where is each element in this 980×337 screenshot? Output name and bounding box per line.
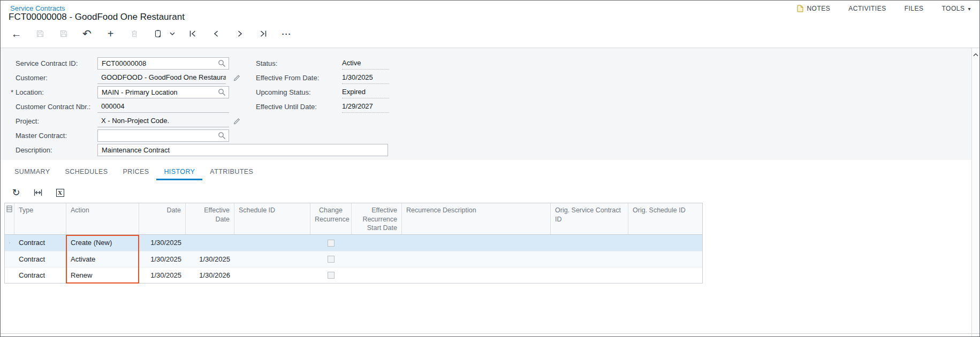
cell-orig-schedule-id[interactable] bbox=[628, 251, 703, 267]
cell-date[interactable]: 1/30/2025 bbox=[139, 251, 186, 267]
effective-until-date-label: Effective Until Date: bbox=[256, 101, 336, 113]
cell-orig-schedule-id[interactable] bbox=[628, 235, 703, 251]
last-record-button[interactable] bbox=[256, 26, 270, 41]
copy-paste-menu-button[interactable] bbox=[169, 26, 176, 41]
service-contract-id-input[interactable] bbox=[97, 57, 229, 70]
tools-button[interactable]: TOOLS ▾ bbox=[942, 5, 971, 12]
column-header-orig-schedule-id[interactable]: Orig. Schedule ID bbox=[628, 203, 703, 234]
grid-settings-button[interactable] bbox=[5, 203, 14, 234]
cell-date[interactable]: 1/30/2025 bbox=[139, 235, 186, 251]
table-row[interactable]: Contract Renew 1/30/2025 1/30/2026 bbox=[5, 267, 702, 283]
row-selector-arrow-icon bbox=[5, 235, 14, 251]
table-row[interactable]: Contract Create (New) 1/30/2025 bbox=[5, 235, 702, 251]
cell-orig-service-contract-id[interactable] bbox=[551, 267, 628, 283]
cell-schedule-id[interactable] bbox=[234, 235, 310, 251]
add-record-button[interactable]: + bbox=[103, 26, 118, 41]
column-header-action[interactable]: Action bbox=[66, 203, 139, 234]
search-icon[interactable] bbox=[218, 88, 226, 97]
column-header-type[interactable]: Type bbox=[14, 203, 66, 234]
activities-button[interactable]: ACTIVITIES bbox=[848, 5, 886, 12]
first-record-button[interactable] bbox=[185, 26, 200, 41]
next-record-button[interactable] bbox=[232, 26, 247, 41]
customer-value[interactable]: GOODFOOD - GoodFood One Restaurant bbox=[97, 72, 226, 84]
change-recurrence-checkbox[interactable] bbox=[328, 256, 335, 263]
master-contract-input[interactable] bbox=[97, 129, 229, 142]
more-actions-button[interactable]: ··· bbox=[279, 26, 294, 41]
column-header-schedule-id[interactable]: Schedule ID bbox=[234, 203, 310, 234]
customer-contract-nbr-label: Customer Contract Nbr.: bbox=[16, 101, 96, 113]
cell-type[interactable]: Contract bbox=[14, 267, 66, 283]
pencil-icon[interactable] bbox=[233, 117, 241, 125]
search-icon[interactable] bbox=[218, 59, 226, 68]
column-header-date[interactable]: Date bbox=[139, 203, 186, 234]
save-close-button[interactable] bbox=[33, 26, 47, 41]
change-recurrence-checkbox[interactable] bbox=[328, 272, 335, 279]
column-header-effective-recurrence-start-date[interactable]: Effective Recurrence Start Date bbox=[352, 203, 402, 234]
tools-label: TOOLS bbox=[942, 5, 965, 12]
description-input[interactable] bbox=[97, 144, 388, 156]
back-button[interactable]: ← bbox=[9, 26, 24, 41]
cell-action[interactable]: Renew bbox=[66, 267, 139, 283]
column-header-orig-service-contract-id[interactable]: Orig. Service Contract ID bbox=[551, 203, 628, 234]
bottom-divider bbox=[1, 333, 979, 334]
effective-from-date-label: Effective From Date: bbox=[256, 72, 336, 84]
export-excel-button[interactable]: X bbox=[53, 185, 67, 200]
notes-button[interactable]: NOTES bbox=[797, 5, 830, 12]
ellipsis-icon: ··· bbox=[282, 29, 292, 39]
search-icon[interactable] bbox=[218, 132, 226, 140]
master-contract-label: Master Contract: bbox=[16, 129, 96, 142]
customer-label: Customer: bbox=[16, 72, 96, 84]
save-button[interactable] bbox=[56, 26, 71, 41]
tab-schedules[interactable]: SCHEDULES bbox=[57, 165, 115, 180]
cell-effective-date[interactable]: 1/30/2025 bbox=[186, 251, 234, 267]
files-button[interactable]: FILES bbox=[905, 5, 924, 12]
copy-paste-button[interactable] bbox=[150, 26, 165, 41]
cell-action[interactable]: Activate bbox=[66, 251, 139, 267]
tab-prices[interactable]: PRICES bbox=[115, 165, 156, 180]
effective-until-date-value: 1/29/2027 bbox=[342, 101, 389, 113]
upcoming-status-label: Upcoming Status: bbox=[256, 86, 336, 98]
project-value[interactable]: X - Non-Project Code. bbox=[97, 115, 229, 127]
project-label: Project: bbox=[16, 115, 96, 127]
cell-orig-schedule-id[interactable] bbox=[628, 267, 703, 283]
tab-history[interactable]: HISTORY bbox=[156, 165, 202, 180]
cell-effective-date[interactable]: 1/30/2026 bbox=[186, 267, 234, 283]
cell-recurrence-description[interactable] bbox=[402, 235, 551, 251]
upcoming-status-value: Expired bbox=[342, 86, 389, 98]
cell-recurrence-description[interactable] bbox=[402, 251, 551, 267]
fit-width-icon bbox=[33, 188, 43, 197]
cell-orig-service-contract-id[interactable] bbox=[551, 251, 628, 267]
cell-action[interactable]: Create (New) bbox=[66, 235, 139, 251]
column-header-effective-date[interactable]: Effective Date bbox=[186, 203, 234, 234]
prev-record-button[interactable] bbox=[209, 26, 223, 41]
cell-schedule-id[interactable] bbox=[234, 267, 310, 283]
cell-effective-date[interactable] bbox=[186, 235, 234, 251]
tab-attributes[interactable]: ATTRIBUTES bbox=[202, 165, 261, 180]
refresh-button[interactable]: ↻ bbox=[9, 185, 23, 200]
cell-type[interactable]: Contract bbox=[14, 251, 66, 267]
pencil-icon[interactable] bbox=[233, 73, 241, 82]
breadcrumb[interactable]: Service Contracts bbox=[10, 4, 65, 12]
cell-type[interactable]: Contract bbox=[14, 235, 66, 251]
change-recurrence-checkbox[interactable] bbox=[328, 240, 335, 247]
location-input[interactable] bbox=[97, 86, 229, 98]
vertical-scrollbar[interactable] bbox=[971, 48, 979, 337]
scroll-up-button[interactable] bbox=[973, 53, 978, 57]
table-row[interactable]: Contract Activate 1/30/2025 1/30/2025 bbox=[5, 251, 702, 267]
delete-button[interactable] bbox=[127, 26, 141, 41]
tab-summary[interactable]: SUMMARY bbox=[7, 165, 57, 180]
header-actions: NOTES ACTIVITIES FILES TOOLS ▾ bbox=[797, 5, 971, 12]
fit-to-screen-button[interactable] bbox=[31, 185, 45, 200]
cell-recurrence-description[interactable] bbox=[402, 267, 551, 283]
grid-settings-icon bbox=[6, 205, 12, 232]
column-header-change-recurrence[interactable]: Change Recurrence bbox=[310, 203, 352, 234]
cancel-button[interactable]: ↶ bbox=[80, 26, 94, 41]
cell-date[interactable]: 1/30/2025 bbox=[139, 267, 186, 283]
cell-effective-recurrence-start-date[interactable] bbox=[352, 267, 402, 283]
customer-contract-nbr-value[interactable]: 000004 bbox=[97, 101, 229, 113]
cell-effective-recurrence-start-date[interactable] bbox=[352, 235, 402, 251]
cell-effective-recurrence-start-date[interactable] bbox=[352, 251, 402, 267]
cell-orig-service-contract-id[interactable] bbox=[551, 235, 628, 251]
column-header-recurrence-description[interactable]: Recurrence Description bbox=[402, 203, 551, 234]
cell-schedule-id[interactable] bbox=[234, 251, 310, 267]
